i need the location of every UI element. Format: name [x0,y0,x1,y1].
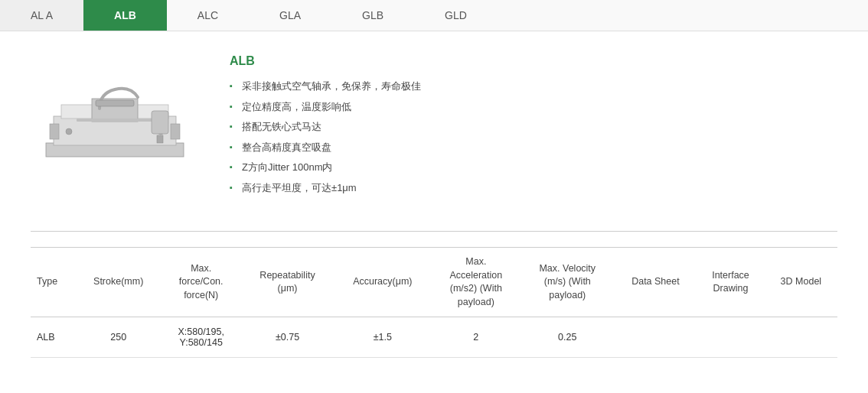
col-max-vel: Max. Velocity(m/s) (Withpayload) [520,248,615,317]
tab-alb[interactable]: ALB [83,0,167,31]
specs-section: Type Stroke(mm) Max.force/Con.force(N) R… [31,247,837,358]
col-data-sheet: Data Sheet [615,248,697,317]
table-row: ALB 250 X:580/195,Y:580/145 ±0.75 ±1.5 2… [31,317,837,358]
cell-type: ALB [31,317,76,358]
cell-max-vel: 0.25 [520,317,615,358]
cell-max-force: X:580/195,Y:580/145 [161,317,241,358]
svg-rect-11 [157,135,163,143]
feature-item: 高行走平坦度，可达±1μm [230,180,837,196]
feature-item: 定位精度高，温度影响低 [230,99,837,115]
tab-bar: AL A ALB ALC GLA GLB GLD [0,0,868,31]
col-repeatability: Repeatability(μm) [241,248,334,317]
cell-repeatability: ±0.75 [241,317,334,358]
table-header-row: Type Stroke(mm) Max.force/Con.force(N) R… [31,248,837,317]
feature-item: Z方向Jitter 100nm内 [230,160,837,175]
feature-item: 采非接触式空气轴承，免保养，寿命极佳 [230,79,837,94]
col-max-force: Max.force/Con.force(N) [161,248,241,317]
specs-table: Type Stroke(mm) Max.force/Con.force(N) R… [31,247,837,358]
svg-rect-10 [152,111,168,134]
product-title: ALB [230,54,837,68]
product-info: ALB 采非接触式空气轴承，免保养，寿命极佳 定位精度高，温度影响低 搭配无铁心… [230,54,837,200]
tab-gld[interactable]: GLD [414,0,498,31]
col-max-accel: Max.Acceleration(m/s2) (Withpayload) [432,248,520,317]
col-accuracy: Accuracy(μm) [334,248,432,317]
features-list: 采非接触式空气轴承，免保养，寿命极佳 定位精度高，温度影响低 搭配无铁心式马达 … [230,79,837,195]
cell-3d-model [765,317,837,358]
cell-data-sheet [615,317,697,358]
tab-gla[interactable]: GLA [249,0,331,31]
col-interface-drawing: InterfaceDrawing [697,248,765,317]
svg-rect-9 [77,119,153,122]
section-divider [31,231,837,232]
col-type: Type [31,248,76,317]
content-area: ALB 采非接触式空气轴承，免保养，寿命极佳 定位精度高，温度影响低 搭配无铁心… [0,31,868,381]
cell-max-accel: 2 [432,317,520,358]
product-image [31,54,199,200]
col-3d-model: 3D Model [765,248,837,317]
svg-rect-6 [96,100,134,106]
cell-interface-drawing [697,317,765,358]
cell-stroke: 250 [76,317,161,358]
cell-accuracy: ±1.5 [334,317,432,358]
svg-rect-5 [171,124,180,139]
tab-glb[interactable]: GLB [331,0,414,31]
feature-item: 整合高精度真空吸盘 [230,140,837,155]
product-section: ALB 采非接触式空气轴承，免保养，寿命极佳 定位精度高，温度影响低 搭配无铁心… [31,54,837,200]
svg-rect-4 [50,124,59,139]
feature-item: 搭配无铁心式马达 [230,119,837,135]
tab-alc[interactable]: ALC [167,0,249,31]
tab-ala[interactable]: AL A [0,0,83,31]
col-stroke: Stroke(mm) [76,248,161,317]
svg-point-7 [66,128,72,135]
